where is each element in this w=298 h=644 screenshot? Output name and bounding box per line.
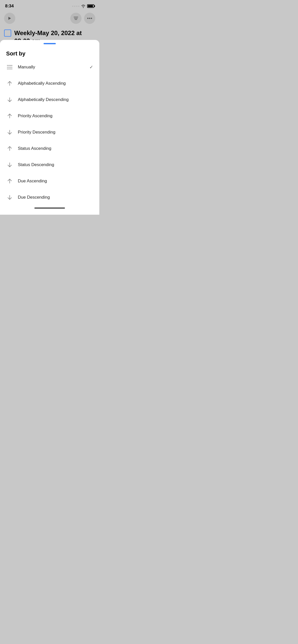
home-indicator	[0, 206, 99, 210]
sheet-handle-container	[0, 40, 99, 46]
filter-button[interactable]	[70, 13, 82, 24]
signal-icon	[72, 6, 79, 7]
arrow-down-icon-2	[6, 129, 13, 136]
arrow-up-icon	[6, 80, 13, 87]
status-icons	[72, 4, 94, 8]
sort-option-alpha-desc[interactable]: Alphabetically Descending	[0, 92, 99, 108]
arrow-down-icon-3	[6, 161, 13, 168]
arrow-up-icon-3	[6, 145, 13, 152]
battery-icon	[87, 4, 94, 8]
svg-point-2	[91, 18, 92, 19]
sort-option-manually-label: Manually	[18, 65, 85, 70]
list-icon	[6, 64, 13, 71]
svg-point-0	[87, 18, 89, 19]
sort-option-priority-asc[interactable]: Priority Ascending	[0, 108, 99, 124]
filter-lines-icon	[74, 17, 78, 20]
sort-bottom-sheet: Sort by Manually ✓	[0, 40, 99, 215]
arrow-up-icon-4	[6, 178, 13, 185]
sort-option-alpha-asc[interactable]: Alphabetically Ascending	[0, 75, 99, 92]
arrow-up-icon-2	[6, 112, 13, 120]
chevron-right-icon	[8, 17, 11, 20]
sort-option-alpha-desc-label: Alphabetically Descending	[18, 97, 93, 102]
sort-option-due-desc[interactable]: Due Descending	[0, 189, 99, 206]
status-bar: 8:34	[0, 0, 99, 11]
sheet-handle	[44, 43, 56, 44]
home-bar	[34, 208, 65, 209]
more-dots-icon	[87, 18, 92, 19]
svg-point-1	[89, 18, 90, 19]
sort-option-due-asc[interactable]: Due Ascending	[0, 173, 99, 189]
sort-option-priority-desc[interactable]: Priority Descending	[0, 124, 99, 140]
sort-option-alpha-asc-label: Alphabetically Ascending	[18, 81, 93, 86]
sort-sheet-title: Sort by	[0, 46, 99, 59]
sort-option-status-asc[interactable]: Status Ascending	[0, 140, 99, 157]
status-time: 8:34	[5, 4, 14, 9]
nav-right-buttons	[70, 13, 95, 24]
arrow-down-icon-4	[6, 194, 13, 201]
sort-option-priority-asc-label: Priority Ascending	[18, 113, 93, 119]
back-button[interactable]	[4, 13, 15, 24]
more-button[interactable]	[84, 13, 95, 24]
sort-option-status-desc-label: Status Descending	[18, 162, 93, 167]
sort-option-status-desc[interactable]: Status Descending	[0, 157, 99, 173]
sort-option-manually[interactable]: Manually ✓	[0, 59, 99, 75]
task-checkbox[interactable]	[4, 30, 11, 37]
sort-option-due-asc-label: Due Ascending	[18, 179, 93, 184]
arrow-down-icon	[6, 96, 13, 103]
top-nav	[0, 11, 99, 26]
wifi-icon	[81, 4, 86, 8]
sort-option-due-desc-label: Due Descending	[18, 195, 93, 200]
sort-option-status-asc-label: Status Ascending	[18, 146, 93, 151]
sort-check-manually: ✓	[89, 64, 93, 70]
sort-option-priority-desc-label: Priority Descending	[18, 130, 93, 135]
sort-options-list: Manually ✓ Alphabetically Ascending Alph…	[0, 59, 99, 206]
